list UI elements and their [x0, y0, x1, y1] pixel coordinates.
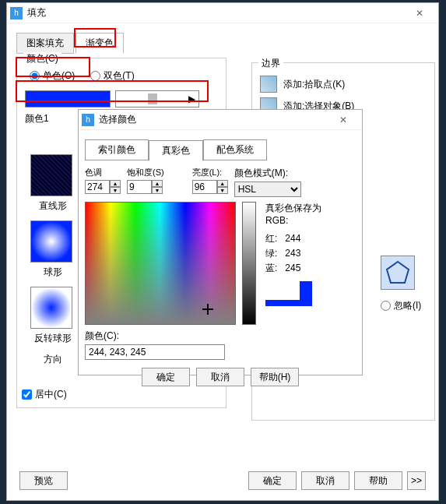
app-icon: h: [10, 7, 23, 19]
tab-gradient[interactable]: 渐变色: [76, 33, 124, 54]
swatch-linear-label: 直线形: [30, 199, 76, 213]
dlg-tabstrip: 索引颜色 真彩色 配色系统: [85, 139, 356, 160]
dlg-buttons: 确定 取消 帮助(H): [85, 368, 356, 386]
lum-up[interactable]: ▲: [217, 180, 228, 187]
shade-preview: [148, 93, 157, 104]
help-button[interactable]: 帮助: [354, 471, 402, 490]
dlg-ok-button[interactable]: 确定: [142, 368, 190, 386]
sat-down[interactable]: ▼: [152, 187, 163, 194]
g-value: 243: [285, 248, 300, 259]
color-row: ▶: [25, 90, 218, 107]
b-value: 245: [285, 263, 300, 273]
sat-spin: 饱和度(S) ▲▼: [127, 167, 164, 197]
bottom-bar: 预览 确定 取消 帮助 >>: [7, 461, 438, 500]
swatch-direction-label: 方向: [30, 353, 76, 366]
color-mode-row: 单色(O) 双色(T): [30, 69, 218, 83]
lum-down[interactable]: ▼: [217, 187, 228, 194]
radio-double-input[interactable]: [90, 71, 100, 81]
center-checkbox[interactable]: 居中(C): [22, 388, 67, 401]
window-title: 填充: [27, 6, 404, 19]
rgb-values: 红: 244 绿: 243 蓝: 245: [265, 232, 321, 275]
color-group-legend: 颜色(C): [23, 52, 61, 65]
close-icon[interactable]: ✕: [328, 110, 359, 130]
pentagon-icon: [385, 259, 411, 286]
hsl-row: 色调 ▲▼ 饱和度(S) ▲▼ 亮度(L): ▲▼ 颜色模式(M): HSL: [85, 167, 356, 197]
tabstrip: 图案填充 渐变色: [16, 33, 429, 54]
boundary-legend: 边界: [258, 57, 283, 70]
luminance-bar[interactable]: [242, 202, 256, 325]
saveas-label: 真彩色保存为: [265, 202, 321, 215]
tab-pattern-fill[interactable]: 图案填充: [16, 33, 74, 54]
hue-spin: 色调 ▲▼: [85, 167, 121, 197]
dlg-content: 索引颜色 真彩色 配色系统 色调 ▲▼ 饱和度(S) ▲▼ 亮度(L): ▲▼ …: [79, 130, 362, 375]
hue-down[interactable]: ▼: [110, 187, 121, 194]
dlg-title: 选择颜色: [99, 113, 328, 126]
swatch-inverse-sphere[interactable]: [30, 287, 72, 329]
color-c-label: 颜色(C):: [85, 330, 356, 343]
r-value: 244: [285, 233, 300, 244]
hue-up[interactable]: ▲: [110, 180, 121, 187]
dlg-cancel-button[interactable]: 取消: [196, 368, 244, 386]
ok-button[interactable]: 确定: [248, 471, 297, 490]
gradient-swatches: 直线形 球形 反转球形 方向: [30, 154, 76, 374]
swatch-inverse-sphere-label: 反转球形: [30, 332, 76, 345]
sat-input[interactable]: [127, 180, 152, 194]
hatch-preview: [381, 256, 415, 290]
shade-combo[interactable]: ▶: [115, 90, 199, 107]
swatch-linear[interactable]: [30, 154, 72, 196]
color-mode-select[interactable]: HSL: [234, 182, 301, 197]
crosshair-icon: [202, 304, 213, 315]
color-mode: 颜色模式(M): HSL: [234, 167, 301, 197]
tab-index-color[interactable]: 索引颜色: [85, 139, 149, 160]
color1-swatch[interactable]: [25, 90, 111, 107]
preview-button[interactable]: 预览: [19, 471, 68, 490]
ignore-radio-input[interactable]: [381, 301, 391, 311]
hue-input[interactable]: [85, 180, 110, 194]
chevron-right-icon: ▶: [188, 93, 195, 104]
swatch-sphere-label: 球形: [30, 266, 76, 279]
new-color-preview: [265, 281, 312, 306]
lum-input[interactable]: [192, 180, 217, 194]
swatch-sphere[interactable]: [30, 220, 72, 263]
tab-true-color[interactable]: 真彩色: [149, 140, 203, 161]
dlg-titlebar: h 选择颜色 ✕: [79, 110, 362, 130]
color-field[interactable]: [85, 202, 236, 325]
radio-single-color[interactable]: 单色(O): [30, 69, 75, 83]
radio-double-color[interactable]: 双色(T): [90, 69, 134, 83]
svg-marker-0: [387, 262, 409, 283]
sat-up[interactable]: ▲: [152, 180, 163, 187]
color-pick-row: 真彩色保存为 RGB: 红: 244 绿: 243 蓝: 245: [85, 202, 356, 325]
color-readout: 真彩色保存为 RGB: 红: 244 绿: 243 蓝: 245: [265, 202, 321, 325]
close-icon[interactable]: ✕: [404, 3, 435, 23]
center-checkbox-input[interactable]: [22, 389, 32, 400]
rgb-label: RGB:: [265, 215, 321, 226]
expand-button[interactable]: >>: [407, 471, 426, 490]
tab-color-system[interactable]: 配色系统: [203, 139, 267, 160]
app-icon: h: [82, 114, 94, 126]
titlebar: h 填充 ✕: [7, 3, 438, 23]
radio-single-input[interactable]: [30, 71, 40, 81]
cancel-button[interactable]: 取消: [301, 471, 349, 490]
dlg-help-button[interactable]: 帮助(H): [251, 368, 299, 386]
add-pick-point[interactable]: 添加:拾取点(K): [260, 76, 427, 93]
lum-spin: 亮度(L): ▲▼: [192, 167, 228, 197]
color-picker-dialog: h 选择颜色 ✕ 索引颜色 真彩色 配色系统 色调 ▲▼ 饱和度(S) ▲▼ 亮…: [78, 109, 363, 375]
pick-point-icon: [260, 76, 277, 93]
ignore-radio[interactable]: 忽略(I): [381, 299, 421, 312]
color-text-input[interactable]: [85, 344, 225, 360]
